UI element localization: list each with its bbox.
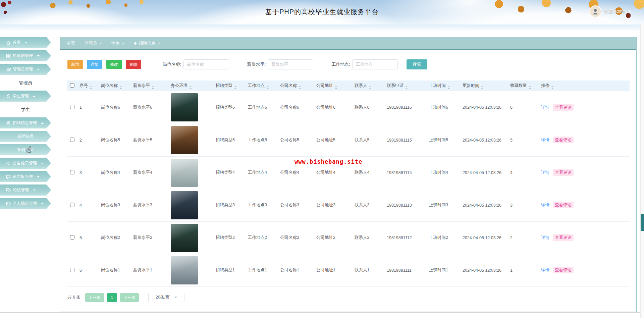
- sort-icons[interactable]: [551, 86, 554, 89]
- sort-icons[interactable]: [299, 86, 301, 89]
- cell-job: 岗位名称5: [98, 124, 130, 156]
- sort-icons[interactable]: [189, 86, 192, 89]
- cell-favorites: 4: [507, 156, 538, 189]
- tab-job-info[interactable]: 招聘信息 ×: [134, 41, 161, 46]
- sidebar-item-message-board-mgmt[interactable]: 留言板管理: [0, 171, 51, 182]
- col-updated[interactable]: 更新时间: [460, 81, 507, 91]
- col-favorites[interactable]: 收藏数量: [507, 81, 538, 91]
- col-address[interactable]: 公司地址: [314, 81, 352, 91]
- toolbar: 新增 详情 修改 删除 岗位名称: 薪资水平: 工作地点: 搜索: [67, 59, 636, 69]
- close-icon[interactable]: ×: [100, 41, 102, 46]
- sidebar-item-carousel[interactable]: 轮播图管理: [0, 50, 51, 61]
- sidebar-subitem-job-info[interactable]: 招聘信息: [0, 131, 51, 142]
- row-comments-link[interactable]: 查看评论: [553, 169, 574, 176]
- salary-input[interactable]: [268, 59, 313, 69]
- col-environment[interactable]: 办公环境: [168, 81, 213, 91]
- sidebar-subitem-admin[interactable]: 管理员: [0, 77, 51, 88]
- row-checkbox[interactable]: [70, 235, 74, 240]
- detail-button[interactable]: 详情: [87, 60, 102, 69]
- page-number-1[interactable]: 1: [107, 293, 117, 302]
- row-detail-link[interactable]: 详情: [541, 268, 549, 272]
- col-phone[interactable]: 联系电话: [384, 81, 426, 91]
- chevron-up-icon: [33, 96, 36, 97]
- close-icon[interactable]: ×: [122, 41, 125, 46]
- select-all-checkbox[interactable]: [70, 83, 74, 88]
- row-comments-link[interactable]: 查看评论: [553, 202, 574, 208]
- scrollbar-thumb[interactable]: [641, 214, 644, 231]
- sidebar-subitem-student[interactable]: 学生: [0, 104, 51, 115]
- search-button[interactable]: 搜索: [407, 59, 427, 69]
- sidebar-item-notice-mgmt[interactable]: 公告信息管理: [0, 158, 51, 169]
- cell-location: 工作地点2: [245, 221, 277, 254]
- location-input[interactable]: [352, 59, 398, 69]
- col-work-time[interactable]: 上班时间: [426, 81, 460, 91]
- col-index[interactable]: 序号: [77, 81, 98, 91]
- avatar[interactable]: [589, 5, 601, 17]
- jobs-table: 序号 岗位名称 薪资水平 办公环境 招聘类型 工作地点 公司名称 公司地址 联系…: [67, 81, 630, 287]
- table-row: 2岗位名称5薪资水平5招聘类型5工作地点5公司名称5公司地址5联系人519819…: [67, 124, 630, 156]
- close-icon[interactable]: ×: [158, 41, 161, 46]
- add-button[interactable]: 新增: [67, 60, 83, 69]
- row-comments-link[interactable]: 查看评论: [553, 104, 574, 111]
- office-photo: [171, 256, 198, 284]
- row-checkbox[interactable]: [70, 203, 74, 207]
- row-comments-link[interactable]: 查看评论: [553, 267, 574, 273]
- sort-icons[interactable]: [335, 86, 337, 89]
- row-detail-link[interactable]: 详情: [541, 105, 549, 110]
- sort-icons[interactable]: [266, 86, 269, 89]
- row-checkbox[interactable]: [70, 138, 74, 142]
- col-location[interactable]: 工作地点: [245, 81, 277, 91]
- sort-icons[interactable]: [481, 86, 484, 89]
- sidebar-item-resume-mgmt[interactable]: 个人简历管理: [0, 198, 51, 209]
- row-checkbox[interactable]: [70, 170, 74, 174]
- prev-page-button[interactable]: 上一页: [85, 293, 104, 302]
- col-actions[interactable]: 操作: [538, 81, 630, 91]
- row-detail-link[interactable]: 详情: [541, 235, 549, 240]
- sidebar-item-job-info-mgmt[interactable]: 招聘信息管理: [0, 117, 51, 128]
- col-salary[interactable]: 薪资水平: [130, 81, 168, 91]
- row-checkbox[interactable]: [70, 105, 74, 109]
- cell-contact: 联系人2: [352, 221, 384, 254]
- sort-icons[interactable]: [90, 86, 92, 89]
- sidebar-item-students[interactable]: 学生管理: [0, 91, 51, 102]
- scrollbar-track[interactable]: [640, 24, 644, 318]
- row-detail-link[interactable]: 详情: [541, 203, 549, 207]
- cell-phone: 19819881111: [384, 254, 426, 286]
- sidebar-item-label: 论坛管理: [13, 187, 29, 193]
- sidebar-item-label: 管理员管理: [13, 66, 33, 72]
- sidebar-subitem-job-type[interactable]: 招聘类型: [0, 144, 51, 155]
- row-checkbox[interactable]: [70, 268, 74, 272]
- office-photo: [171, 126, 198, 154]
- tab-home[interactable]: 首页: [67, 41, 75, 46]
- job-name-input[interactable]: [183, 59, 229, 69]
- sidebar-item-home[interactable]: 首页: [0, 37, 51, 48]
- user-menu[interactable]: 欢迎 admin: [589, 5, 631, 17]
- row-comments-link[interactable]: 查看评论: [553, 234, 574, 241]
- col-contact[interactable]: 联系人: [352, 81, 384, 91]
- page-size-select[interactable]: 20条/页: [148, 293, 184, 302]
- sort-icons[interactable]: [119, 86, 122, 89]
- sort-icons[interactable]: [405, 86, 408, 89]
- sort-icons[interactable]: [447, 86, 450, 89]
- tab-admin[interactable]: 管理员 ×: [85, 41, 102, 46]
- sort-icons[interactable]: [234, 86, 237, 89]
- cell-company: 公司名称1: [277, 254, 314, 286]
- sort-icons[interactable]: [152, 86, 154, 89]
- sidebar-item-admins[interactable]: 管理员管理: [0, 64, 51, 75]
- cell-job: 岗位名称1: [98, 254, 130, 286]
- col-type[interactable]: 招聘类型: [213, 81, 245, 91]
- cell-index: 3: [77, 156, 98, 189]
- row-detail-link[interactable]: 详情: [541, 138, 549, 142]
- tab-student[interactable]: 学生 ×: [111, 41, 125, 46]
- row-comments-link[interactable]: 查看评论: [553, 137, 574, 143]
- sort-icons[interactable]: [369, 86, 372, 89]
- sort-icons[interactable]: [529, 86, 531, 89]
- col-company[interactable]: 公司名称: [277, 81, 314, 91]
- next-page-button[interactable]: 下一页: [120, 293, 139, 302]
- cell-contact: 联系人6: [352, 91, 384, 124]
- row-detail-link[interactable]: 详情: [541, 170, 549, 175]
- col-job[interactable]: 岗位名称: [98, 81, 130, 91]
- edit-button[interactable]: 修改: [106, 60, 122, 69]
- delete-button[interactable]: 删除: [126, 60, 141, 69]
- sidebar-item-forum-mgmt[interactable]: 论坛管理: [0, 184, 51, 196]
